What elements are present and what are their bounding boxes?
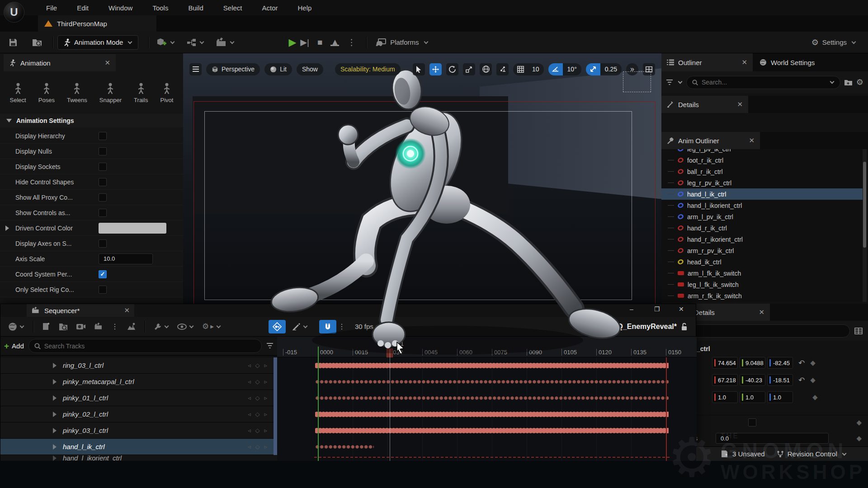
- setting-checkbox[interactable]: [99, 147, 107, 155]
- viewport-3d[interactable]: [183, 53, 661, 305]
- camera-icon[interactable]: [76, 323, 86, 330]
- track-row-pinky_01_l_ctrl[interactable]: pinky_01_l_ctrl◃◇▹: [0, 390, 277, 406]
- add-key-icon[interactable]: ◇: [255, 427, 259, 434]
- menu-edit[interactable]: Edit: [67, 0, 99, 15]
- setting-checkbox[interactable]: [99, 209, 107, 217]
- menu-actor[interactable]: Actor: [252, 0, 288, 15]
- prev-key-icon[interactable]: ◃: [248, 427, 251, 434]
- chevron-down-icon[interactable]: [830, 80, 834, 84]
- expander-icon[interactable]: [53, 395, 57, 401]
- menu-build[interactable]: Build: [178, 0, 213, 15]
- snap-options-menu[interactable]: ⋮: [338, 322, 345, 331]
- add-key-icon[interactable]: ◇: [255, 378, 259, 385]
- setting-value-input[interactable]: 10.0: [99, 253, 153, 264]
- anim-outliner-item[interactable]: hand_l_ikorient_ctrl: [661, 200, 863, 211]
- anim-outliner-item[interactable]: leg_l_fk_ik_switch: [661, 279, 863, 290]
- anim-tool-trails[interactable]: Trails: [134, 83, 148, 103]
- select-tool-icon[interactable]: [413, 63, 425, 75]
- transform-x-value[interactable]: 67.218: [712, 374, 738, 386]
- next-key-icon[interactable]: ▹: [264, 427, 267, 434]
- close-icon[interactable]: ✕: [104, 59, 110, 67]
- perspective-dropdown[interactable]: Perspective: [206, 63, 260, 75]
- move-tool-icon[interactable]: [429, 63, 442, 75]
- transform-z-value[interactable]: 1.0: [767, 391, 793, 403]
- add-folder-icon[interactable]: [844, 79, 853, 86]
- expander-icon[interactable]: [53, 444, 57, 450]
- anim-tool-select[interactable]: Select: [10, 83, 26, 103]
- reset-to-default-icon[interactable]: ↶: [798, 358, 805, 368]
- view-options-eye-dropdown[interactable]: [177, 324, 194, 330]
- world-space-globe-icon[interactable]: [480, 63, 492, 75]
- transform-x-value[interactable]: 74.654: [712, 357, 738, 369]
- menu-help[interactable]: Help: [288, 0, 322, 15]
- expander-icon[interactable]: [53, 428, 57, 433]
- lit-dropdown[interactable]: Lit: [264, 63, 292, 75]
- outliner-settings-gear-icon[interactable]: ⚙: [856, 77, 863, 87]
- save-icon[interactable]: [8, 38, 18, 47]
- anim-outliner-item[interactable]: arm_r_fk_ik_switch: [661, 290, 863, 301]
- show-dropdown[interactable]: Show: [297, 63, 323, 75]
- track-row-ring_03_l_ctrl[interactable]: ring_03_l_ctrl◃◇▹: [0, 357, 277, 374]
- transform-z-value[interactable]: -82.45: [767, 357, 793, 369]
- unreal-logo-icon[interactable]: U: [4, 2, 24, 23]
- lock-open-icon[interactable]: [681, 323, 688, 331]
- cinematics-dropdown[interactable]: [216, 38, 235, 47]
- anim-outliner-scrollbar[interactable]: [863, 149, 867, 302]
- expander-icon[interactable]: [53, 412, 57, 417]
- anim-outliner-item[interactable]: leg_l_pv_ik_ctrl: [661, 149, 863, 155]
- track-filter-icon[interactable]: [266, 343, 274, 349]
- add-key-icon[interactable]: ◇: [255, 394, 259, 401]
- next-key-icon[interactable]: ▹: [264, 378, 267, 385]
- setting-checkbox[interactable]: [99, 178, 107, 186]
- search-tracks-input[interactable]: Search Tracks: [28, 339, 262, 353]
- expander-icon[interactable]: [5, 225, 9, 231]
- setting-checkbox[interactable]: [99, 163, 107, 171]
- add-key-icon[interactable]: ◇: [255, 443, 259, 450]
- anim-outliner-item[interactable]: hand_r_ik_ctrl: [661, 222, 863, 234]
- transform-x-value[interactable]: 1.0: [712, 391, 738, 403]
- expander-icon[interactable]: [53, 379, 57, 385]
- snap-magnet-button[interactable]: [319, 320, 336, 333]
- prev-key-icon[interactable]: ◃: [248, 394, 251, 401]
- transform-y-value[interactable]: 9.0488: [740, 357, 765, 369]
- keyframe-diamond-icon[interactable]: ◆: [856, 434, 862, 442]
- rotation-snap-value[interactable]: 10°: [563, 66, 581, 73]
- anim-outliner-item[interactable]: arm_l_fk_ik_switch: [661, 267, 863, 279]
- outliner-search-input[interactable]: Search...: [686, 76, 840, 89]
- sequencer-close-button[interactable]: ✕: [679, 305, 684, 313]
- tab-outliner[interactable]: Outliner ✕: [661, 53, 753, 71]
- menu-window[interactable]: Window: [99, 0, 142, 15]
- grid-snap-control[interactable]: 10: [513, 63, 544, 75]
- display-grid-icon[interactable]: [854, 328, 863, 334]
- prev-key-icon[interactable]: ◃: [248, 411, 251, 418]
- next-key-icon[interactable]: ▹: [264, 394, 267, 401]
- prev-key-icon[interactable]: ◃: [248, 362, 251, 369]
- stop-button[interactable]: ■: [317, 38, 322, 47]
- surface-snap-icon[interactable]: [496, 63, 509, 75]
- timeline-ruler[interactable]: -015000000150030004500600075009001050120…: [277, 337, 697, 357]
- anim-outliner-item[interactable]: arm_r_pv_ik_ctrl: [661, 245, 863, 256]
- grid-snap-value[interactable]: 10: [528, 66, 544, 73]
- anim-outliner-item[interactable]: ball_r_ik_ctrl: [661, 166, 863, 177]
- tab-world-settings[interactable]: World Settings: [754, 53, 867, 71]
- sequencer-maximize-button[interactable]: ❐: [654, 305, 660, 313]
- track-row-pinky_03_l_ctrl[interactable]: pinky_03_l_ctrl◃◇▹: [0, 422, 277, 439]
- next-key-icon[interactable]: ▹: [264, 443, 267, 450]
- add-key-icon[interactable]: ◇: [255, 362, 259, 369]
- keyframe-diamond-icon[interactable]: ◆: [856, 418, 862, 427]
- transform-y-value[interactable]: -40.23: [740, 374, 765, 386]
- setting-checkbox[interactable]: [99, 286, 107, 294]
- menu-select[interactable]: Select: [213, 0, 252, 15]
- sequencer-world-dropdown[interactable]: [8, 322, 24, 331]
- anim-tool-snapper[interactable]: Snapper: [99, 83, 122, 103]
- anim-tool-poses[interactable]: Poses: [38, 83, 55, 103]
- close-icon[interactable]: ✕: [124, 306, 130, 314]
- keyframe-diamond-icon[interactable]: ◆: [810, 376, 816, 384]
- transform-z-value[interactable]: -18.51: [767, 374, 793, 386]
- close-icon[interactable]: ✕: [741, 58, 747, 66]
- close-icon[interactable]: ✕: [749, 136, 755, 145]
- key-dots-hand_l_ik_ctrl[interactable]: [315, 444, 374, 450]
- sequencer-options-menu[interactable]: ⋮: [111, 322, 118, 331]
- actor-sequence-icon[interactable]: [127, 322, 136, 331]
- find-asset-icon[interactable]: [59, 322, 68, 331]
